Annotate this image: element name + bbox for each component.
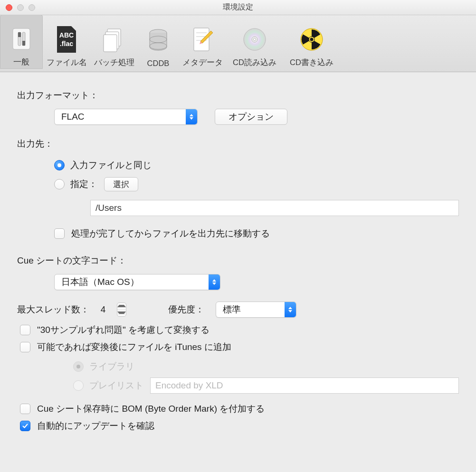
tab-metadata[interactable]: メタデータ (179, 15, 226, 69)
max-threads-stepper[interactable] (117, 302, 126, 317)
tab-label: ファイル名 (47, 57, 87, 68)
priority-label: 優先度： (168, 303, 204, 316)
tab-label: バッチ処理 (94, 57, 134, 68)
dest-same-as-input-label: 入力ファイルと同じ (70, 159, 152, 171)
svg-text:ABC: ABC (59, 31, 74, 39)
flac-file-icon: ABC .flac (52, 25, 81, 54)
output-format-value: FLAC (61, 112, 85, 122)
svg-rect-0 (13, 28, 30, 49)
cd-disc-icon (240, 25, 269, 54)
add-to-itunes-checkbox[interactable] (20, 342, 30, 352)
output-format-select[interactable]: FLAC (54, 109, 198, 125)
choose-dest-button[interactable]: 選択 (104, 177, 138, 191)
svg-rect-13 (194, 28, 209, 51)
svg-point-24 (310, 38, 314, 41)
dest-path-value: /Users (95, 203, 122, 213)
dest-same-as-input-radio[interactable] (54, 160, 65, 170)
svg-rect-3 (18, 32, 21, 37)
database-icon (144, 27, 172, 55)
cue-encoding-value: 日本語（Mac OS） (61, 276, 139, 288)
auto-update-checkbox[interactable] (20, 421, 30, 431)
playlist-name-field[interactable] (150, 378, 459, 394)
tab-filename[interactable]: ABC .flac ファイル名 (43, 15, 90, 69)
itunes-library-label: ライブラリ (89, 360, 134, 373)
radiation-burn-icon (297, 25, 326, 54)
svg-rect-9 (104, 35, 117, 52)
svg-rect-4 (22, 41, 25, 46)
itunes-playlist-radio (73, 380, 84, 391)
cue-encoding-label: Cue シートの文字コード： (17, 255, 459, 267)
dest-specify-label: 指定： (70, 178, 97, 190)
cue-bom-label: Cue シート保存時に BOM (Byte Order Mark) を付加する (37, 403, 265, 415)
max-threads-value: 4 (96, 304, 110, 315)
priority-value: 標準 (223, 303, 241, 316)
updown-arrows-icon (209, 274, 220, 290)
updown-arrows-icon (285, 302, 296, 317)
tab-label: メタデータ (182, 57, 223, 68)
dest-path-field[interactable]: /Users (90, 200, 459, 216)
updown-arrows-icon (186, 109, 197, 124)
tab-cddb[interactable]: CDDB (138, 15, 179, 69)
titlebar: 環境設定 (0, 0, 476, 15)
svg-point-21 (254, 38, 256, 41)
tab-cd-read[interactable]: CD読み込み (226, 15, 283, 69)
add-to-itunes-label: 可能であれば変換後にファイルを iTunes に追加 (37, 341, 231, 353)
svg-text:.flac: .flac (60, 40, 73, 47)
tab-label: CDDB (147, 59, 170, 68)
tab-label: CD読み込み (233, 57, 276, 68)
tab-batch[interactable]: バッチ処理 (90, 15, 138, 69)
itunes-playlist-label: プレイリスト (89, 379, 143, 392)
auto-update-label: 自動的にアップデートを確認 (37, 420, 154, 432)
tab-label: CD書き込み (290, 57, 333, 68)
dest-specify-radio[interactable] (54, 179, 65, 189)
thirty-sample-checkbox[interactable] (20, 325, 30, 335)
move-after-done-checkbox[interactable] (54, 228, 65, 239)
general-pane: 出力フォーマット： FLAC オプション 出力先： 入力ファイルと同じ 指定： … (0, 72, 476, 432)
format-options-button[interactable]: オプション (215, 109, 287, 125)
cue-bom-checkbox[interactable] (20, 404, 30, 414)
tab-general[interactable]: 一般 (0, 15, 43, 69)
switch-icon (7, 25, 36, 53)
output-format-label: 出力フォーマット： (17, 89, 459, 102)
priority-select[interactable]: 標準 (216, 302, 296, 318)
tab-label: 一般 (13, 57, 29, 67)
preferences-toolbar: 一般 ABC .flac ファイル名 バッチ処理 (0, 15, 476, 72)
output-dest-label: 出力先： (17, 138, 459, 150)
documents-stack-icon (100, 25, 128, 54)
cue-encoding-select[interactable]: 日本語（Mac OS） (54, 274, 220, 290)
thirty-sample-label: "30サンプルずれ問題" を考慮して変換する (37, 324, 209, 336)
itunes-library-radio (73, 361, 84, 372)
max-threads-label: 最大スレッド数： (17, 303, 89, 316)
edit-document-icon (188, 25, 217, 54)
move-after-done-label: 処理が完了してからファイルを出力先に移動する (71, 227, 270, 240)
tab-cd-burn[interactable]: CD書き込み (283, 15, 340, 69)
window-title: 環境設定 (0, 2, 476, 12)
